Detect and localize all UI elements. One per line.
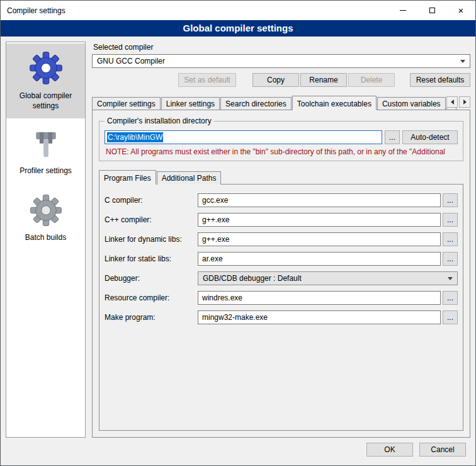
- linker-static-input[interactable]: ar.exe: [198, 252, 441, 266]
- maximize-icon: [429, 8, 435, 13]
- rename-button[interactable]: Rename: [300, 73, 347, 87]
- make-program-input[interactable]: mingw32-make.exe: [198, 310, 441, 324]
- close-button[interactable]: ×: [446, 1, 475, 20]
- content-panel: Selected compiler GNU GCC Compiler Set a…: [92, 42, 470, 438]
- field-label: Linker for static libs:: [105, 254, 198, 263]
- installation-directory-legend: Compiler's installation directory: [105, 116, 214, 125]
- field-label: Make program:: [105, 313, 198, 322]
- compiler-select-value: GNU GCC Compiler: [97, 57, 460, 65]
- cancel-button[interactable]: Cancel: [419, 443, 466, 457]
- browse-directory-button[interactable]: ...: [385, 130, 400, 144]
- settings-tabstrip: Compiler settings Linker settings Search…: [92, 96, 470, 110]
- field-value: g++.exe: [202, 235, 229, 244]
- dialog-header: Global compiler settings: [1, 20, 475, 37]
- field-value: windres.exe: [202, 293, 242, 302]
- form-row: Make program: mingw32-make.exe ...: [105, 310, 458, 324]
- form-row: Resource compiler: windres.exe ...: [105, 291, 458, 305]
- gear-blue-icon: [28, 50, 64, 86]
- installation-directory-row: C:\raylib\MinGW ... Auto-detect: [105, 130, 458, 144]
- tab-toolchain-executables[interactable]: Toolchain executables: [292, 96, 377, 110]
- sidebar-item-label: Batch builds: [8, 233, 83, 243]
- profiler-tool-icon: [29, 127, 63, 161]
- auto-detect-button[interactable]: Auto-detect: [402, 130, 458, 144]
- form-row: C++ compiler: g++.exe ...: [105, 213, 458, 227]
- sidebar-item-profiler-settings[interactable]: Profiler settings: [6, 121, 85, 184]
- form-row: Linker for static libs: ar.exe ...: [105, 252, 458, 266]
- tab-program-files[interactable]: Program Files: [99, 170, 156, 185]
- copy-button[interactable]: Copy: [252, 73, 299, 87]
- field-label: C compiler:: [105, 196, 198, 205]
- program-files-tabstrip: Program Files Additional Paths: [99, 170, 463, 185]
- tab-scroll-right-button[interactable]: [459, 96, 470, 108]
- minimize-icon: [400, 10, 406, 11]
- chevron-down-icon: [460, 60, 465, 63]
- sidebar-item-global-compiler-settings[interactable]: Global compiler settings: [6, 43, 85, 118]
- compiler-settings-dialog: Compiler settings × Global compiler sett…: [0, 0, 476, 466]
- field-value: ar.exe: [202, 254, 223, 263]
- tab-linker-settings[interactable]: Linker settings: [161, 97, 220, 110]
- installation-directory-group: Compiler's installation directory C:\ray…: [99, 121, 463, 161]
- field-label: Resource compiler:: [105, 293, 198, 302]
- titlebar: Compiler settings ×: [1, 1, 475, 20]
- cpp-compiler-input[interactable]: g++.exe: [198, 213, 441, 227]
- reset-defaults-button[interactable]: Reset defaults: [410, 73, 470, 87]
- installation-note: NOTE: All programs must exist either in …: [106, 147, 456, 156]
- toolchain-executables-panel: Compiler's installation directory C:\ray…: [92, 110, 470, 438]
- tab-custom-variables[interactable]: Custom variables: [377, 97, 446, 110]
- selected-compiler-label: Selected compiler: [93, 43, 470, 52]
- sidebar-item-batch-builds[interactable]: Batch builds: [6, 186, 85, 251]
- compiler-actions: Set as default Copy Rename Delete Reset …: [92, 73, 470, 87]
- field-value: gcc.exe: [202, 196, 228, 205]
- set-as-default-button[interactable]: Set as default: [178, 73, 236, 87]
- maximize-button[interactable]: [417, 1, 446, 20]
- arrow-right-icon: [463, 99, 467, 105]
- sidebar-item-label: Global compiler settings: [8, 91, 83, 111]
- tab-scroll-arrows: [446, 96, 470, 108]
- tab-scroll-left-button[interactable]: [446, 96, 458, 108]
- arrow-left-icon: [451, 99, 454, 105]
- settings-sidebar: Global compiler settings Profiler settin…: [6, 42, 86, 438]
- debugger-select-value: GDB/CDB debugger : Default: [203, 274, 448, 283]
- field-label: C++ compiler:: [105, 215, 198, 224]
- linker-dynamic-input[interactable]: g++.exe: [198, 232, 441, 246]
- browse-button[interactable]: ...: [443, 310, 458, 324]
- debugger-select[interactable]: GDB/CDB debugger : Default: [198, 271, 458, 285]
- resource-compiler-input[interactable]: windres.exe: [198, 291, 441, 305]
- form-row: C compiler: gcc.exe ...: [105, 193, 458, 207]
- dialog-footer: OK Cancel: [1, 439, 475, 465]
- chevron-down-icon: [448, 277, 453, 280]
- close-icon: ×: [458, 6, 464, 15]
- ok-button[interactable]: OK: [366, 443, 413, 457]
- form-row: Debugger: GDB/CDB debugger : Default: [105, 271, 458, 285]
- window-title: Compiler settings: [1, 1, 388, 20]
- field-label: Linker for dynamic libs:: [105, 235, 198, 244]
- program-files-panel: C compiler: gcc.exe ... C++ compiler: g+…: [99, 184, 463, 431]
- browse-button[interactable]: ...: [443, 291, 458, 305]
- browse-button[interactable]: ...: [443, 213, 458, 227]
- tab-search-directories[interactable]: Search directories: [220, 97, 292, 110]
- field-value: g++.exe: [202, 215, 229, 224]
- form-row: Linker for dynamic libs: g++.exe ...: [105, 232, 458, 246]
- compiler-select[interactable]: GNU GCC Compiler: [92, 54, 470, 68]
- gear-gray-icon: [28, 193, 64, 228]
- delete-button[interactable]: Delete: [348, 73, 395, 87]
- field-label: Debugger:: [105, 274, 198, 283]
- tab-additional-paths[interactable]: Additional Paths: [157, 171, 222, 185]
- dialog-body: Global compiler settings Profiler settin…: [1, 37, 475, 439]
- browse-button[interactable]: ...: [443, 232, 458, 246]
- browse-button[interactable]: ...: [443, 193, 458, 207]
- installation-directory-value: C:\raylib\MinGW: [107, 132, 163, 142]
- browse-button[interactable]: ...: [443, 252, 458, 266]
- sidebar-item-label: Profiler settings: [8, 166, 83, 176]
- installation-directory-input[interactable]: C:\raylib\MinGW: [105, 130, 382, 144]
- tab-compiler-settings[interactable]: Compiler settings: [92, 97, 161, 110]
- c-compiler-input[interactable]: gcc.exe: [198, 193, 441, 207]
- field-value: mingw32-make.exe: [202, 313, 268, 322]
- minimize-button[interactable]: [388, 1, 417, 20]
